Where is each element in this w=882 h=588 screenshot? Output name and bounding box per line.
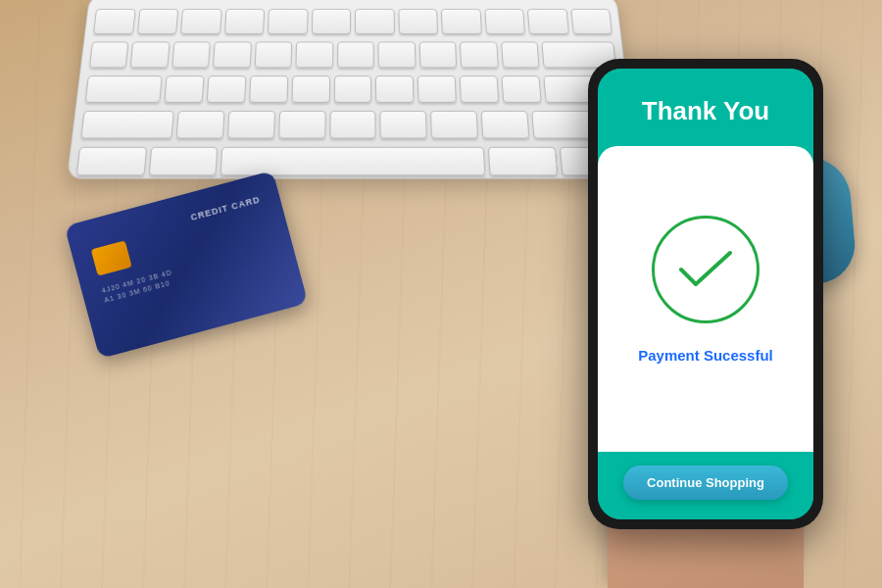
continue-shopping-button[interactable]: Continue Shopping (623, 466, 788, 500)
key (76, 147, 147, 176)
key (249, 75, 288, 103)
key (484, 9, 525, 34)
success-circle (652, 216, 760, 323)
payment-status-text: Payment Sucessful (638, 347, 773, 364)
key (278, 111, 325, 139)
key (311, 9, 351, 34)
key (333, 75, 371, 103)
key (255, 41, 293, 68)
key (85, 75, 163, 103)
key (93, 9, 135, 34)
key (291, 75, 330, 103)
key (227, 111, 275, 139)
key (206, 75, 246, 103)
key (570, 9, 612, 34)
key (378, 41, 416, 68)
key (148, 147, 218, 176)
phone-header: Thank You (598, 69, 813, 146)
key (502, 75, 542, 103)
key (430, 111, 478, 139)
thank-you-title: Thank You (617, 96, 794, 126)
key (355, 9, 395, 34)
key (172, 41, 211, 68)
key (80, 111, 174, 139)
key (268, 9, 308, 34)
key (223, 9, 265, 34)
key (417, 75, 457, 103)
phone-screen: Thank You Payment Sucessful Continue Sho… (598, 69, 813, 519)
key (89, 41, 129, 68)
keyboard (67, 0, 639, 179)
key (130, 41, 170, 68)
key (337, 41, 374, 68)
key (480, 111, 529, 139)
phone-footer: Continue Shopping (598, 452, 813, 519)
key (488, 147, 558, 176)
phone: Thank You Payment Sucessful Continue Sho… (588, 59, 823, 529)
key (501, 41, 540, 68)
key (176, 111, 225, 139)
key (441, 9, 482, 34)
card-label: CREDIT CARD (189, 194, 261, 222)
checkmark-icon (676, 245, 735, 294)
key (460, 41, 499, 68)
key (398, 9, 438, 34)
key (136, 9, 178, 34)
key (213, 41, 251, 68)
key (380, 111, 427, 139)
key (164, 75, 204, 103)
phone-content-area: Payment Sucessful (598, 146, 813, 452)
key (375, 75, 415, 103)
key (296, 41, 333, 68)
key (527, 9, 569, 34)
key (180, 9, 221, 34)
key (418, 41, 457, 68)
card-chip (91, 240, 132, 275)
key (460, 75, 500, 103)
key (329, 111, 376, 139)
key-spacebar (220, 147, 486, 176)
